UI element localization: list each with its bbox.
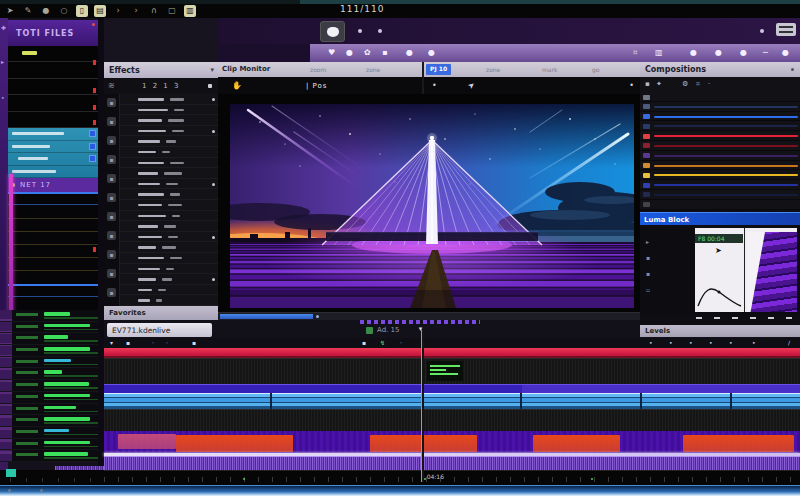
dot-icon[interactable]: • bbox=[752, 339, 756, 347]
slash-icon[interactable]: ∕ bbox=[788, 339, 790, 347]
effect-item[interactable] bbox=[120, 189, 218, 200]
composition-item[interactable] bbox=[640, 131, 800, 141]
project-monitor-tab[interactable]: PJ 10 bbox=[426, 64, 451, 75]
effect-item[interactable] bbox=[120, 126, 218, 137]
project-monitor-header[interactable]: PJ 10 zone mark go bbox=[424, 62, 640, 77]
composition-item[interactable] bbox=[640, 141, 800, 151]
composition-item[interactable] bbox=[640, 190, 800, 200]
options-icon[interactable] bbox=[208, 84, 212, 88]
list-item[interactable] bbox=[0, 404, 98, 416]
list-item[interactable] bbox=[0, 450, 98, 462]
bar-icon[interactable]: ▪ bbox=[382, 48, 387, 57]
monitor-menu-item[interactable]: zone bbox=[366, 66, 380, 73]
clip-separator[interactable] bbox=[520, 393, 522, 409]
track-empty[interactable] bbox=[104, 409, 800, 431]
list-item[interactable] bbox=[0, 310, 98, 322]
heart-icon[interactable]: ♥ bbox=[328, 48, 335, 57]
effect-category-icon[interactable]: ▪ bbox=[107, 155, 116, 164]
button-icon[interactable] bbox=[732, 317, 738, 319]
bar-icon[interactable]: ▪ bbox=[192, 339, 196, 347]
effect-item[interactable] bbox=[120, 94, 218, 105]
bin-header[interactable]: TOTI FILES bbox=[8, 20, 98, 46]
list-item-selected[interactable] bbox=[8, 166, 98, 179]
composition-item[interactable] bbox=[640, 102, 800, 112]
square-icon[interactable]: ▪ bbox=[645, 80, 650, 88]
bin-section-header[interactable]: NET 17 bbox=[8, 178, 98, 192]
clip-monitor-header[interactable]: Clip Monitor zoom zone bbox=[218, 62, 422, 77]
effect-fav-icon[interactable] bbox=[212, 183, 215, 186]
bin-track-list[interactable] bbox=[8, 192, 98, 310]
list-item[interactable] bbox=[0, 439, 98, 451]
panel-icon[interactable]: ▥ bbox=[184, 5, 196, 17]
monitor-menu-item[interactable]: zone bbox=[486, 66, 500, 73]
effect-category-icon[interactable]: ▪ bbox=[107, 212, 116, 221]
audio-clip-orange[interactable] bbox=[683, 435, 794, 452]
track-red-clip[interactable] bbox=[104, 348, 800, 358]
effect-item[interactable] bbox=[120, 179, 218, 190]
track-video-purple[interactable] bbox=[104, 384, 800, 393]
effect-item[interactable] bbox=[120, 295, 218, 306]
dot-icon[interactable]: ● bbox=[406, 48, 413, 57]
effects-category-column[interactable]: ▪▪▪▪▪▪▪▪▪▪▪ bbox=[104, 94, 120, 306]
track-waveform[interactable] bbox=[104, 456, 800, 470]
track-video-cyan[interactable] bbox=[104, 393, 800, 409]
list-item[interactable] bbox=[0, 357, 98, 369]
bar-icon[interactable]: ▪ bbox=[362, 339, 366, 347]
list-item[interactable] bbox=[0, 345, 98, 357]
bin-selection-block[interactable] bbox=[8, 128, 98, 178]
dot-icon[interactable]: ● bbox=[740, 48, 747, 57]
tool-dot-icon[interactable] bbox=[378, 29, 382, 33]
playhead[interactable]: ▾ bbox=[421, 330, 424, 482]
list-item[interactable] bbox=[0, 392, 98, 404]
audio-clip-orange[interactable] bbox=[533, 435, 620, 452]
dot-icon[interactable]: • bbox=[1, 94, 5, 101]
star-icon[interactable]: ✦ bbox=[656, 80, 662, 88]
square-icon[interactable]: ▢ bbox=[166, 5, 178, 17]
effect-category-icon[interactable]: ▪ bbox=[107, 250, 116, 259]
composition-item[interactable] bbox=[640, 121, 800, 131]
flower-icon[interactable]: ✿ bbox=[364, 48, 371, 57]
composition-item[interactable] bbox=[640, 161, 800, 171]
monitor-menu-item[interactable]: mark bbox=[542, 66, 557, 73]
compositions-header[interactable]: Compositions bbox=[640, 62, 800, 77]
zap-icon[interactable]: ↯ bbox=[380, 339, 385, 347]
effect-fav-icon[interactable] bbox=[212, 130, 215, 133]
hash-icon[interactable]: ⌗ bbox=[696, 80, 700, 88]
chevron-down-icon[interactable]: ▾ bbox=[210, 66, 214, 74]
keyframe-curve-editor[interactable]: F8 00:04 ➤ bbox=[695, 228, 797, 312]
composition-item[interactable] bbox=[640, 180, 800, 190]
timeline-audio-tab[interactable]: Ad. 15 bbox=[366, 325, 436, 337]
button-icon[interactable] bbox=[768, 317, 774, 319]
list-item-selected[interactable] bbox=[8, 141, 98, 154]
selection-tool-button[interactable] bbox=[320, 21, 345, 42]
effect-item[interactable] bbox=[120, 285, 218, 296]
effects-result-list[interactable] bbox=[0, 310, 98, 462]
selected-composition-row[interactable]: Luma Block bbox=[640, 212, 800, 225]
list-item[interactable] bbox=[8, 95, 98, 111]
monitor-menu-item[interactable]: zoom bbox=[310, 66, 326, 73]
grid-icon[interactable]: ▤ bbox=[94, 5, 106, 17]
effect-category-icon[interactable]: ▪ bbox=[107, 193, 116, 202]
dot-icon[interactable]: ● bbox=[690, 48, 697, 57]
circle-icon[interactable]: ○ bbox=[58, 5, 70, 17]
clip-separator[interactable] bbox=[270, 393, 272, 409]
effect-category-icon[interactable]: ▪ bbox=[107, 136, 116, 145]
pencil-icon[interactable]: ✎ bbox=[22, 5, 34, 17]
dot-icon[interactable]: ● bbox=[428, 48, 435, 57]
effect-category-icon[interactable]: ▪ bbox=[107, 231, 116, 240]
list-item[interactable] bbox=[0, 380, 98, 392]
dot-icon[interactable]: ● bbox=[346, 48, 353, 57]
effect-fav-icon[interactable] bbox=[212, 278, 215, 281]
dot-icon[interactable]: • bbox=[709, 339, 713, 347]
tri-icon[interactable]: ▸ bbox=[646, 238, 649, 245]
list-item-selected[interactable] bbox=[8, 153, 98, 166]
effect-category-icon[interactable]: ▪ bbox=[107, 174, 116, 183]
composition-item[interactable] bbox=[640, 200, 800, 210]
menu-icon[interactable]: ▾ bbox=[110, 339, 113, 347]
audio-clip-pink[interactable] bbox=[118, 434, 176, 449]
tool-dot-icon[interactable] bbox=[358, 29, 362, 33]
clip-separator[interactable] bbox=[640, 393, 642, 409]
effect-category-icon[interactable]: ▪ bbox=[107, 98, 116, 107]
bar-icon[interactable]: ▪ bbox=[646, 254, 650, 261]
effects-footer[interactable]: Favorites bbox=[104, 306, 218, 320]
